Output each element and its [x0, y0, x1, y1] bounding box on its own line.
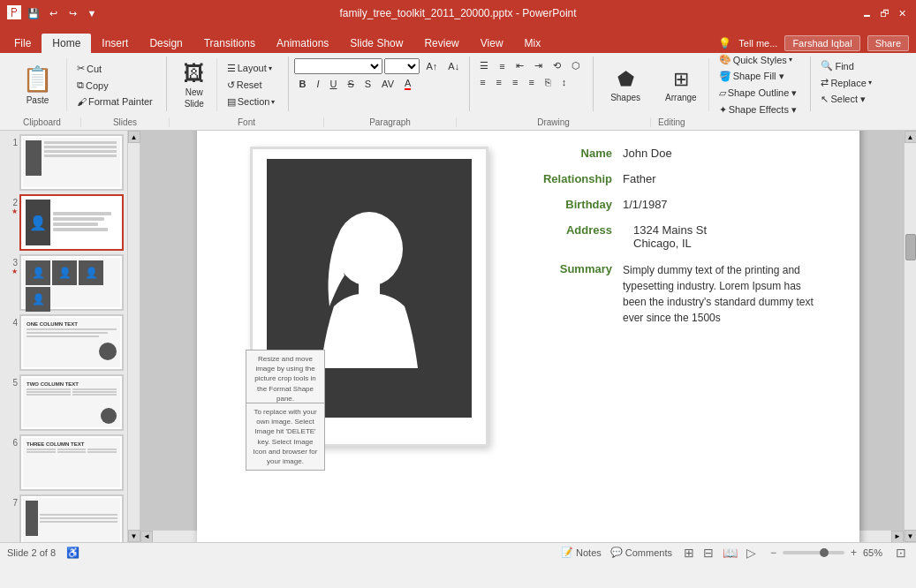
align-right-button[interactable]: ≡ — [508, 75, 522, 89]
user-button[interactable]: Farshad Iqbal — [784, 35, 859, 51]
canvas-scrollbar-v[interactable]: ▲ ▼ — [904, 131, 916, 542]
name-row: Name John Doe — [515, 147, 824, 160]
slide-thumb-3[interactable]: 👤 👤 👤 👤 — [19, 254, 124, 311]
decrease-font-button[interactable]: A↓ — [443, 59, 464, 73]
save-button[interactable]: 💾 — [26, 7, 41, 19]
quick-styles-button[interactable]: 🎨 Quick Styles ▾ — [715, 52, 802, 67]
minimize-button[interactable]: 🗕 — [859, 7, 874, 19]
canvas-scroll-right[interactable]: ► — [891, 531, 904, 543]
slide-thumb-4[interactable]: ONE COLUMN TEXT — [19, 314, 124, 371]
reading-view-button[interactable]: 📖 — [720, 546, 740, 560]
tab-mix[interactable]: Mix — [514, 34, 552, 53]
convert-to-smartart-button[interactable]: ⬡ — [567, 58, 585, 73]
format-painter-button[interactable]: 🖌 Format Painter — [72, 94, 157, 109]
slides-section-label: Slides — [81, 117, 170, 127]
shape-fill-button[interactable]: 🪣 Shape Fill ▾ — [715, 69, 802, 84]
clipboard-section-label: Clipboard — [4, 117, 81, 127]
zoom-out-button[interactable]: − — [768, 547, 779, 559]
notes-button[interactable]: 📝 Notes — [561, 547, 602, 558]
restore-button[interactable]: 🗗 — [877, 7, 891, 19]
customize-qat-button[interactable]: ▼ — [85, 7, 99, 19]
justify-button[interactable]: ≡ — [524, 75, 538, 89]
select-button[interactable]: ↖ Select ▾ — [816, 92, 870, 107]
undo-button[interactable]: ↩ — [46, 7, 60, 19]
line-spacing-button[interactable]: ↕ — [557, 75, 572, 89]
tab-home[interactable]: Home — [42, 34, 91, 53]
close-button[interactable]: ✕ — [895, 7, 909, 19]
slide-thumb-1[interactable] — [19, 134, 124, 191]
align-left-button[interactable]: ≡ — [475, 75, 489, 89]
layout-button[interactable]: ☰ Layout ▾ — [223, 61, 280, 76]
shadow-button[interactable]: S — [360, 77, 375, 91]
comments-button[interactable]: 💬 Comments — [610, 547, 672, 558]
scroll-thumb-v[interactable] — [905, 234, 916, 260]
italic-button[interactable]: I — [312, 77, 323, 91]
increase-font-button[interactable]: A↑ — [421, 59, 442, 73]
relationship-value: Father — [623, 172, 656, 185]
slide-6-wrapper: 6 THREE COLUMN TEXT — [4, 434, 124, 491]
normal-view-button[interactable]: ⊞ — [681, 546, 697, 560]
fit-slide-button[interactable]: ⊡ — [893, 546, 909, 560]
numbering-button[interactable]: ≡ — [495, 59, 509, 73]
tab-view[interactable]: View — [470, 34, 514, 53]
slide-4-wrapper: 4 ONE COLUMN TEXT — [4, 314, 124, 371]
canvas-scroll-down[interactable]: ▼ — [905, 530, 917, 542]
slide-thumb-6[interactable]: THREE COLUMN TEXT — [19, 434, 124, 491]
tab-transitions[interactable]: Transitions — [193, 34, 266, 53]
svg-rect-1 — [359, 278, 380, 298]
tab-file[interactable]: File — [4, 34, 42, 53]
canvas-scroll-up[interactable]: ▲ — [905, 131, 917, 143]
slide-thumb-2[interactable]: 👤 — [19, 194, 124, 251]
cut-icon: ✂ — [77, 63, 85, 74]
relationship-label: Relationship — [515, 172, 612, 185]
increase-indent-button[interactable]: ⇥ — [530, 58, 547, 73]
address-row: Address 1324 Mains St Chicago, IL — [515, 223, 824, 250]
replace-button[interactable]: ⇄ Replace ▾ — [816, 75, 875, 90]
align-center-button[interactable]: ≡ — [492, 75, 506, 89]
bold-button[interactable]: B — [294, 77, 310, 91]
reset-button[interactable]: ↺ Reset — [223, 78, 280, 93]
canvas-scroll-left[interactable]: ◄ — [140, 531, 153, 543]
scroll-up-arrow[interactable]: ▲ — [128, 131, 140, 143]
shapes-button[interactable]: ⬟ Shapes — [602, 59, 648, 110]
tab-slideshow[interactable]: Slide Show — [339, 34, 413, 53]
zoom-handle[interactable] — [820, 548, 829, 557]
char-spacing-button[interactable]: AV — [377, 77, 398, 91]
underline-button[interactable]: U — [325, 77, 341, 91]
arrange-button[interactable]: ⊞ Arrange — [657, 59, 705, 110]
tab-review[interactable]: Review — [413, 34, 469, 53]
scroll-down-arrow[interactable]: ▼ — [128, 530, 140, 542]
slide-sorter-button[interactable]: ⊟ — [700, 546, 716, 560]
shape-effects-button[interactable]: ✦ Shape Effects ▾ — [715, 102, 802, 117]
columns-button[interactable]: ⎘ — [541, 75, 556, 89]
tab-insert[interactable]: Insert — [91, 34, 139, 53]
slide-thumb-5[interactable]: TWO COLUMN TEXT — [19, 374, 124, 431]
tell-me-text[interactable]: Tell me... — [738, 38, 777, 49]
share-button[interactable]: Share — [867, 35, 909, 51]
font-size-select[interactable] — [384, 58, 420, 74]
zoom-slider[interactable] — [783, 551, 844, 554]
redo-button[interactable]: ↪ — [65, 7, 79, 19]
text-direction-button[interactable]: ⟲ — [549, 58, 565, 73]
section-button[interactable]: ▤ Section ▾ — [223, 94, 280, 109]
shape-outline-icon: ▱ — [719, 87, 726, 99]
decrease-indent-button[interactable]: ⇤ — [511, 58, 528, 73]
slideshow-button[interactable]: ▷ — [744, 546, 759, 560]
slide-thumb-7[interactable] — [19, 494, 124, 542]
cut-button[interactable]: ✂ Cut — [72, 61, 157, 76]
font-family-select[interactable] — [294, 58, 382, 74]
strikethrough-button[interactable]: S — [343, 77, 358, 91]
copy-button[interactable]: ⧉ Copy — [72, 78, 157, 93]
find-button[interactable]: 🔍 Find — [816, 58, 858, 73]
title-bar: 🅿 💾 ↩ ↪ ▼ family_tree_toolkit_2011_20000… — [0, 0, 916, 26]
font-color-button[interactable]: A — [400, 76, 415, 92]
slide-panel-scrollbar[interactable]: ▲ ▼ — [128, 131, 140, 542]
zoom-in-button[interactable]: + — [848, 547, 859, 559]
shape-outline-button[interactable]: ▱ Shape Outline ▾ — [715, 86, 802, 101]
tab-animations[interactable]: Animations — [266, 34, 339, 53]
paste-button[interactable]: 📋 Paste — [14, 59, 61, 110]
tab-design[interactable]: Design — [139, 34, 193, 53]
bullets-button[interactable]: ☰ — [475, 58, 493, 73]
summary-row: Summary Simply dummy text of the printin… — [515, 262, 824, 326]
new-slide-button[interactable]: 🖼 New Slide — [176, 59, 213, 110]
